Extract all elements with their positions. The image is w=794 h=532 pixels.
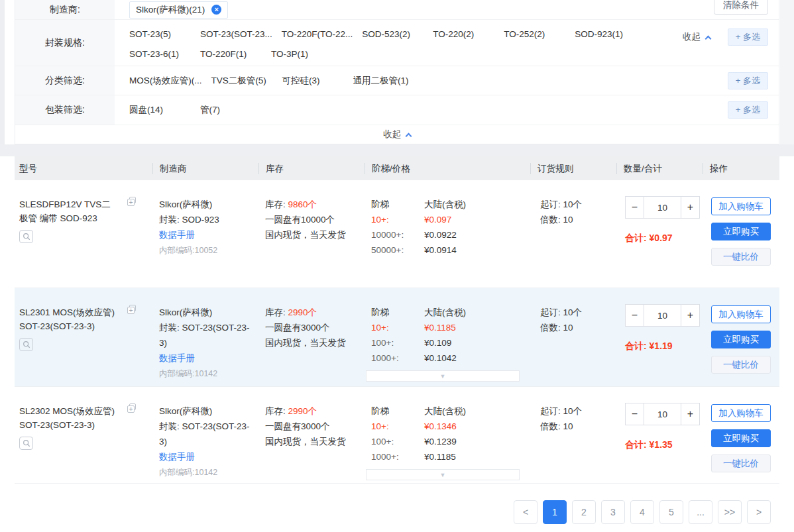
prev-page-button[interactable]: < bbox=[514, 500, 538, 524]
filter-option[interactable]: 圆盘(14) bbox=[129, 104, 191, 116]
image-preview-icon[interactable] bbox=[19, 338, 33, 351]
tier-header-row: 阶梯大陆(含税) bbox=[371, 403, 525, 419]
price-tier: 1000+:¥0.1042 bbox=[371, 350, 525, 366]
price-region-header: 大陆(含税) bbox=[424, 403, 466, 419]
copy-icon[interactable]: + bbox=[127, 307, 137, 316]
filter-row-category: 分类筛选: MOS(场效应管)(... TVS二极管(5) 可控硅(3) 通用二… bbox=[15, 66, 779, 95]
total-price: 合计: ¥0.97 bbox=[625, 233, 703, 244]
filter-option[interactable]: TO-252(2) bbox=[504, 29, 565, 39]
chevron-down-icon: ▼ bbox=[440, 472, 446, 478]
quantity-stepper: − + bbox=[625, 304, 700, 327]
collapse-package-link[interactable]: 收起 bbox=[683, 31, 710, 43]
page-ellipsis[interactable]: ... bbox=[689, 500, 712, 524]
price-tier: 100+:¥0.1239 bbox=[371, 434, 525, 449]
filter-option[interactable]: SOT-23(SOT-23... bbox=[200, 29, 272, 39]
table-header: 型号 制造商 库存 阶梯/价格 订货规则 数量/合计 操作 bbox=[15, 156, 779, 180]
reel-info: 一圆盘有3000个 bbox=[265, 419, 359, 434]
column-header-price: 阶梯/价格 bbox=[365, 163, 530, 174]
filter-option[interactable]: MOS(场效应管)(... bbox=[129, 75, 202, 87]
tier-header: 阶梯 bbox=[371, 305, 424, 320]
page-button-4[interactable]: 4 bbox=[630, 500, 654, 524]
tier-header-row: 阶梯大陆(含税) bbox=[371, 305, 525, 320]
filter-panel: 制造商: Slkor(萨科微)(21) × 清除条件 封装规格: SOT-23(… bbox=[15, 0, 779, 144]
compare-price-button[interactable]: 一键比价 bbox=[711, 454, 771, 472]
filter-row-package: 封装规格: SOT-23(5) SOT-23(SOT-23... TO-220F… bbox=[15, 20, 779, 66]
page-left-gutter bbox=[0, 0, 5, 156]
increase-button[interactable]: + bbox=[681, 304, 700, 327]
decrease-button[interactable]: − bbox=[625, 403, 644, 425]
multi-select-packing-button[interactable]: + 多选 bbox=[728, 101, 768, 119]
filter-option[interactable]: 通用二极管(1) bbox=[353, 75, 415, 87]
filter-option[interactable]: SOD-523(2) bbox=[362, 29, 424, 39]
total-price: 合计: ¥1.19 bbox=[625, 341, 703, 352]
packing-filter-label: 包装筛选: bbox=[15, 95, 115, 125]
column-header-quantity: 数量/合计 bbox=[616, 163, 703, 174]
buy-now-button[interactable]: 立即购买 bbox=[711, 331, 771, 348]
filter-option[interactable]: SOD-923(1) bbox=[575, 29, 636, 39]
increase-button[interactable]: + bbox=[681, 196, 700, 219]
column-header-order-rules: 订货规则 bbox=[530, 163, 616, 174]
compare-price-button[interactable]: 一键比价 bbox=[711, 248, 771, 266]
filter-option[interactable]: TO-3P(1) bbox=[271, 49, 333, 59]
price-region-header: 大陆(含税) bbox=[424, 197, 466, 212]
datasheet-link[interactable]: 数据手册 bbox=[159, 227, 253, 242]
next-page-button[interactable]: > bbox=[747, 500, 771, 524]
buy-now-button[interactable]: 立即购买 bbox=[711, 429, 771, 447]
multi-select-package-button[interactable]: + 多选 bbox=[728, 28, 768, 46]
page-button-5[interactable]: 5 bbox=[659, 500, 683, 524]
price-tier: 10+:¥0.1346 bbox=[371, 419, 525, 434]
clear-filters-button[interactable]: 清除条件 bbox=[714, 0, 768, 15]
delivery-info: 国内现货，当天发货 bbox=[265, 335, 359, 350]
fast-forward-button[interactable]: >> bbox=[718, 500, 742, 524]
quantity-input[interactable] bbox=[644, 196, 681, 219]
filter-option[interactable]: SOT-23-6(1) bbox=[129, 49, 191, 59]
datasheet-link[interactable]: 数据手册 bbox=[159, 350, 253, 366]
page-button-1[interactable]: 1 bbox=[543, 500, 567, 524]
filter-option[interactable]: TO-220F(TO-22... bbox=[282, 29, 353, 39]
chevron-up-icon bbox=[705, 35, 711, 42]
filter-option[interactable]: 可控硅(3) bbox=[282, 75, 344, 87]
expand-tiers-bar[interactable]: ▼ bbox=[366, 469, 520, 480]
internal-code: 内部编码:10142 bbox=[159, 366, 253, 382]
decrease-button[interactable]: − bbox=[625, 304, 644, 327]
filter-option[interactable]: 管(7) bbox=[200, 104, 262, 116]
page-button-2[interactable]: 2 bbox=[572, 500, 596, 524]
buy-now-button[interactable]: 立即购买 bbox=[711, 223, 771, 240]
product-name-link[interactable]: SL2302 MOS(场效应管) SOT-23(SOT-23-3) bbox=[19, 404, 119, 432]
price-tier: 50000+:¥0.0914 bbox=[371, 242, 525, 258]
image-preview-icon[interactable] bbox=[19, 230, 33, 243]
page-button-3[interactable]: 3 bbox=[601, 500, 625, 524]
selected-manufacturer-tag: Slkor(萨科微)(21) × bbox=[129, 1, 228, 19]
add-to-cart-button[interactable]: 加入购物车 bbox=[711, 305, 771, 323]
product-name-link[interactable]: SL2301 MOS(场效应管) SOT-23(SOT-23-3) bbox=[19, 305, 119, 333]
image-preview-icon[interactable] bbox=[19, 437, 33, 450]
add-to-cart-button[interactable]: 加入购物车 bbox=[711, 197, 771, 215]
filter-row-manufacturer: 制造商: Slkor(萨科微)(21) × 清除条件 bbox=[15, 0, 779, 20]
datasheet-link[interactable]: 数据手册 bbox=[159, 449, 253, 464]
compare-price-button[interactable]: 一键比价 bbox=[711, 356, 771, 374]
moq-info: 起订: 10个 bbox=[540, 305, 614, 320]
filter-option[interactable]: TVS二极管(5) bbox=[211, 75, 273, 87]
decrease-button[interactable]: − bbox=[625, 196, 644, 219]
increase-button[interactable]: + bbox=[681, 403, 700, 425]
multi-select-category-button[interactable]: + 多选 bbox=[728, 72, 768, 89]
copy-icon[interactable]: + bbox=[127, 405, 137, 415]
filter-option[interactable]: TO-220F(1) bbox=[200, 49, 262, 59]
multiple-info: 倍数: 10 bbox=[540, 419, 614, 434]
copy-icon[interactable]: + bbox=[127, 199, 137, 208]
quantity-input[interactable] bbox=[644, 403, 681, 425]
product-name-link[interactable]: SLESDFBP12V TVS二极管 编带 SOD-923 bbox=[19, 197, 119, 225]
filter-option[interactable]: TO-220(2) bbox=[433, 29, 494, 39]
results-table: 型号 制造商 库存 阶梯/价格 订货规则 数量/合计 操作 SLESDFBP12… bbox=[15, 156, 779, 484]
stock-info: 库存: 2990个 bbox=[265, 403, 359, 419]
table-row: SL2301 MOS(场效应管) SOT-23(SOT-23-3) + Slko… bbox=[15, 288, 779, 387]
multiple-info: 倍数: 10 bbox=[540, 320, 614, 335]
expand-tiers-bar[interactable]: ▼ bbox=[366, 370, 520, 382]
quantity-input[interactable] bbox=[644, 304, 681, 327]
add-to-cart-button[interactable]: 加入购物车 bbox=[711, 404, 771, 422]
price-tier: 100+:¥0.109 bbox=[371, 335, 525, 350]
collapse-panel-link[interactable]: 收起 bbox=[383, 129, 411, 140]
price-tier: 10+:¥0.1185 bbox=[371, 320, 525, 335]
tag-close-icon[interactable]: × bbox=[211, 5, 221, 15]
filter-option[interactable]: SOT-23(5) bbox=[129, 29, 191, 39]
